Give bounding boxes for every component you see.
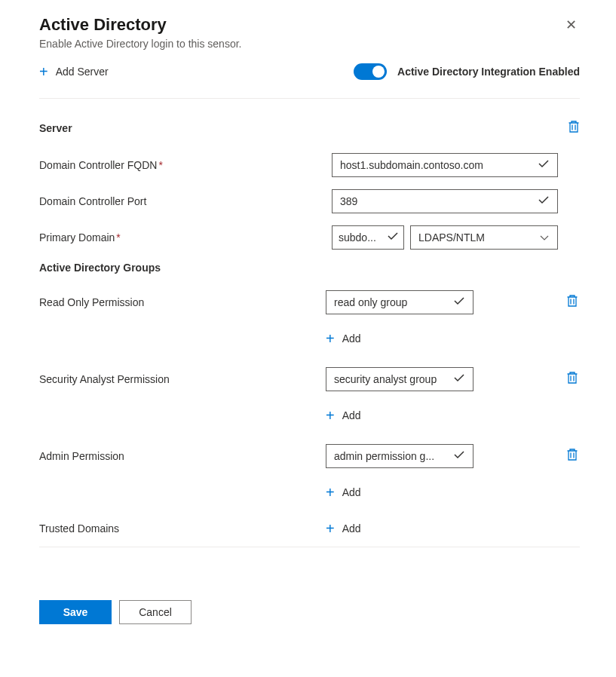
add-label: Add [342,409,361,421]
trash-icon [568,120,580,133]
admin-input[interactable] [326,444,473,468]
add-security-analyst-button[interactable]: + Add [326,408,580,423]
read-only-label: Read Only Permission [39,296,326,308]
page-subtitle: Enable Active Directory login to this se… [39,38,241,50]
add-label: Add [342,486,361,498]
plus-icon: + [326,485,335,500]
required-asterisk: * [158,159,162,171]
trash-icon [566,448,578,461]
plus-icon: + [326,521,335,536]
save-button[interactable]: Save [39,600,112,624]
delete-security-analyst-button[interactable] [566,371,578,388]
integration-toggle-label: Active Directory Integration Enabled [397,66,580,78]
auth-method-select[interactable] [410,225,558,250]
add-trusted-domain-button[interactable]: + Add [326,521,361,536]
primary-domain-label: Primary Domain* [39,231,326,244]
plus-icon: + [326,331,335,346]
page-title: Active Directory [39,15,241,35]
add-server-button[interactable]: + Add Server [39,64,109,79]
add-label: Add [342,522,361,535]
security-analyst-input[interactable] [326,367,473,391]
divider [39,98,580,99]
server-section-title: Server [39,122,72,134]
add-label: Add [342,332,361,345]
security-analyst-label: Security Analyst Permission [39,373,326,385]
read-only-input[interactable] [326,290,473,314]
port-input[interactable] [332,189,558,213]
cancel-button[interactable]: Cancel [119,600,192,624]
primary-domain-input[interactable] [332,225,404,250]
add-server-label: Add Server [56,66,109,78]
fqdn-label: Domain Controller FQDN* [39,159,326,171]
integration-toggle[interactable] [354,63,387,80]
delete-admin-button[interactable] [566,448,578,464]
plus-icon: + [326,408,335,423]
fqdn-input[interactable] [332,153,558,177]
trash-icon [566,294,578,308]
plus-icon: + [39,64,48,79]
groups-section-title: Active Directory Groups [39,262,580,274]
delete-server-button[interactable] [568,120,580,136]
trash-icon [566,371,578,384]
required-asterisk: * [116,231,120,244]
trusted-domains-label: Trusted Domains [39,522,326,535]
delete-read-only-button[interactable] [566,294,578,311]
add-admin-button[interactable]: + Add [326,485,580,500]
add-read-only-button[interactable]: + Add [326,331,580,346]
close-button[interactable]: ✕ [562,15,580,35]
port-label: Domain Controller Port [39,195,326,207]
close-icon: ✕ [565,17,577,32]
admin-label: Admin Permission [39,450,326,462]
divider [39,547,580,547]
